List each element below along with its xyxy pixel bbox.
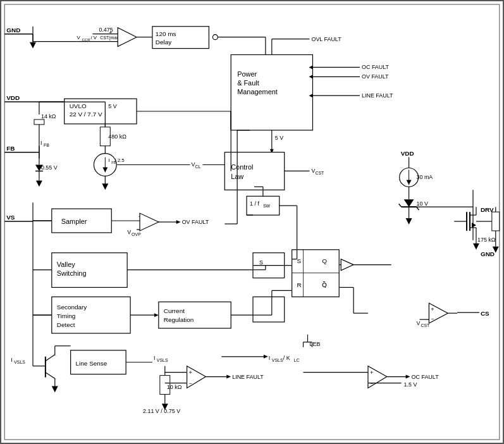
ov-fault-label: OV FAULT bbox=[362, 73, 389, 80]
circuit-diagram: 0.475 V CCR / V CST(max) + − 120 ms Dela… bbox=[0, 0, 504, 444]
vccr-sub: CCR bbox=[82, 38, 91, 42]
fsw-sub: SW bbox=[263, 204, 271, 208]
current-reg-label1: Current bbox=[164, 307, 185, 314]
delay-label2: Delay bbox=[156, 39, 171, 46]
1v5-label: 1.5 V bbox=[404, 382, 417, 388]
ivsls-label: I bbox=[11, 357, 12, 363]
svg-text:+: + bbox=[109, 30, 112, 36]
gnd-right-label: GND bbox=[481, 250, 495, 257]
vcst-max-label: / V bbox=[90, 35, 97, 40]
valley-switching-label1: Valley bbox=[57, 261, 75, 268]
ifb-div-label: I bbox=[108, 157, 109, 163]
ivsls-klc-slash: / K bbox=[283, 355, 290, 361]
vcst-comp-label: V bbox=[417, 320, 421, 326]
power-fault-label2: & Fault bbox=[237, 79, 259, 87]
s-label: S bbox=[297, 257, 302, 264]
oc-fault-label: OC FAULT bbox=[362, 64, 390, 70]
fb-label: FB bbox=[6, 145, 15, 152]
vs-label: VS bbox=[6, 214, 15, 221]
svg-rect-78 bbox=[159, 302, 231, 328]
gnd-label: GND bbox=[6, 27, 20, 34]
oc-fault2-label: OC FAULT bbox=[412, 374, 439, 380]
secondary-timing-label2: Timing bbox=[57, 312, 75, 319]
14k-label: 14 kΩ bbox=[41, 113, 56, 120]
175k-label: 175 kΩ bbox=[477, 237, 496, 243]
svg-text:+: + bbox=[370, 369, 373, 376]
5v-near-resistor: 5 V bbox=[108, 103, 116, 109]
v211-label: 2.11 V / 0.75 V bbox=[143, 408, 180, 414]
r-label: R bbox=[297, 281, 302, 288]
vovp-sub: OVP bbox=[132, 232, 141, 237]
secondary-timing-label3: Detect bbox=[57, 321, 75, 328]
cs-label: CS bbox=[481, 310, 489, 317]
10v-label: 10 V bbox=[417, 200, 428, 207]
qbar-label: Q̄ bbox=[322, 281, 327, 288]
line-fault-label: LINE FAULT bbox=[362, 92, 393, 99]
uvlo-label: UVLO bbox=[70, 102, 87, 109]
svg-rect-34 bbox=[34, 120, 44, 125]
10k-label: 10 kΩ bbox=[167, 384, 182, 390]
svg-text:+: + bbox=[431, 306, 434, 312]
svg-text:−: − bbox=[189, 380, 192, 386]
ivsls-out-sub: VSLS bbox=[157, 358, 168, 362]
ivsls-out-label: I bbox=[154, 355, 155, 361]
ovl-fault-label: OVL FAULT bbox=[311, 36, 341, 42]
ivsls-klc-sub2: LC bbox=[294, 358, 300, 362]
ivsls-klc-label: I bbox=[269, 355, 270, 361]
svg-text:−: − bbox=[431, 316, 434, 322]
v055-label: 0.55 V bbox=[41, 164, 58, 171]
s-gate-label: S bbox=[259, 259, 263, 266]
ivsls-klc-sub1: VSLS bbox=[272, 358, 283, 362]
q-label: Q bbox=[322, 257, 327, 264]
line-fault2-label: LINE FAULT bbox=[232, 374, 264, 380]
vcl-sub: CL bbox=[195, 164, 201, 169]
uvlo-voltage: 22 V / 7.7 V bbox=[70, 111, 102, 118]
power-fault-label3: Management bbox=[237, 88, 278, 96]
fsw-label: 1 / f bbox=[250, 200, 259, 207]
vccr-label: V bbox=[77, 35, 81, 40]
svg-rect-85 bbox=[253, 297, 285, 322]
480k-label: 480 kΩ bbox=[108, 133, 126, 140]
vcst-comp-sub: CST bbox=[421, 323, 430, 328]
ifb-sub: FB bbox=[44, 143, 49, 147]
svg-text:−: − bbox=[109, 38, 112, 44]
current-reg-label2: Regulation bbox=[164, 316, 194, 323]
valley-switching-label2: Switching bbox=[57, 270, 87, 278]
ifb-div-slash: / 2.5 bbox=[114, 157, 125, 163]
delay-label: 120 ms bbox=[156, 30, 176, 37]
30ma-label: 30 mA bbox=[417, 174, 433, 180]
secondary-timing-label1: Secondary bbox=[57, 304, 87, 311]
vdd-label: VDD bbox=[6, 94, 20, 101]
vovp-label: V bbox=[127, 229, 131, 235]
vdd-right-label: VDD bbox=[401, 150, 414, 157]
control-law-label1: Control bbox=[231, 163, 253, 171]
sampler-label: Sampler bbox=[61, 218, 87, 225]
svg-rect-115 bbox=[492, 212, 500, 231]
5v-label1: 5 V bbox=[275, 135, 283, 141]
ov-fault2-label: OV FAULT bbox=[182, 219, 209, 225]
ivsls-sub: VSLS bbox=[14, 360, 25, 364]
line-sense-label: Line Sense bbox=[76, 360, 108, 367]
vcst-out-sub: CST bbox=[315, 171, 324, 175]
svg-point-8 bbox=[212, 35, 218, 40]
power-fault-label1: Power bbox=[237, 70, 257, 78]
ifb-label: I bbox=[40, 140, 42, 146]
svg-text:+: + bbox=[189, 369, 192, 376]
